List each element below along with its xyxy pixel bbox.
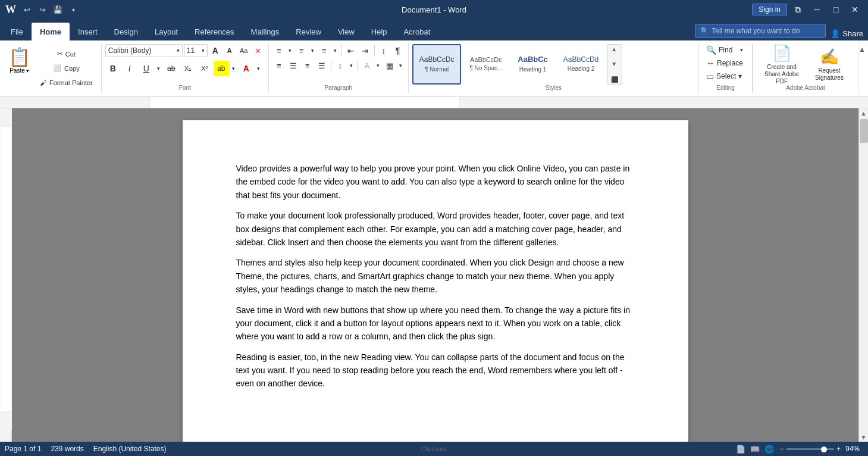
select-button[interactable]: ▭ Select ▾ [703, 70, 747, 82]
tab-home[interactable]: Home [32, 23, 70, 40]
request-signatures-icon: ✍ [820, 48, 839, 66]
cut-button[interactable]: ✂ Cut [37, 48, 95, 60]
increase-indent-button[interactable]: ⇥ [359, 44, 372, 57]
subscript-button[interactable]: X₂ [180, 61, 196, 76]
style-heading1[interactable]: AaBbCc Heading 1 [510, 44, 555, 85]
decrease-indent-button[interactable]: ⇤ [344, 44, 358, 57]
tab-design[interactable]: Design [106, 23, 146, 40]
collapse-icon: ▲ [858, 45, 866, 54]
multilevel-button[interactable]: ≡ [318, 44, 331, 57]
line-spacing-dropdown[interactable]: ▾ [348, 59, 355, 72]
style-no-spacing[interactable]: AaBbCcDc ¶ No Spac... [462, 44, 509, 85]
font-grow-button[interactable]: A [209, 44, 222, 57]
customize-button[interactable]: ▾ [67, 3, 80, 16]
style-normal-label: ¶ Normal [425, 66, 449, 73]
collapse-ribbon-button[interactable]: ▲ [858, 43, 868, 93]
numbering-button[interactable]: ≡ [295, 44, 308, 57]
find-button[interactable]: 🔍 Find ▾ [703, 44, 747, 56]
clipboard-label: Clipboard [0, 446, 868, 454]
tab-insert[interactable]: Insert [70, 23, 106, 40]
bold-button[interactable]: B [105, 61, 121, 76]
gallery-down-icon[interactable]: ▼ [609, 60, 621, 68]
gallery-expand-icon[interactable]: ⬛ [609, 75, 621, 84]
create-pdf-icon: 📄 [772, 44, 791, 63]
strikethrough-button[interactable]: ab [164, 61, 179, 76]
style-no-spacing-preview: AaBbCcDc [470, 57, 502, 63]
underline-button[interactable]: U [139, 61, 154, 76]
shading-dropdown[interactable]: ▾ [375, 59, 382, 72]
close-button[interactable]: ✕ [847, 1, 863, 18]
numbering-dropdown[interactable]: ▾ [309, 44, 317, 57]
tab-review[interactable]: Review [287, 23, 330, 40]
tab-help[interactable]: Help [363, 23, 396, 40]
change-case-button[interactable]: Aa [237, 44, 250, 57]
scroll-thumb[interactable] [860, 119, 868, 143]
multilevel-dropdown[interactable]: ▾ [332, 44, 339, 57]
paragraph-1: Video provides a powerful way to help yo… [236, 162, 635, 202]
scroll-down-button[interactable]: ▼ [859, 432, 869, 442]
justify-button[interactable]: ☰ [315, 59, 328, 72]
format-painter-button[interactable]: 🖌 Format Painter [37, 77, 95, 89]
restore-down-button[interactable]: ⧉ [789, 1, 806, 18]
sort-button[interactable]: ↕ [377, 44, 390, 57]
align-center-button[interactable]: ☰ [287, 59, 300, 72]
share-button[interactable]: 👤 Share [831, 29, 863, 38]
minimize-button[interactable]: ─ [809, 1, 825, 18]
highlight-dropdown[interactable]: ▾ [230, 62, 237, 75]
tab-acrobat[interactable]: Acrobat [396, 23, 439, 40]
bullets-dropdown[interactable]: ▾ [287, 44, 294, 57]
redo-button[interactable]: ↪ [36, 3, 49, 16]
tab-file[interactable]: File [2, 23, 32, 40]
line-spacing-button[interactable]: ↕ [334, 59, 347, 72]
tab-references[interactable]: References [186, 23, 242, 40]
scroll-track[interactable] [860, 118, 868, 432]
clear-formatting-button[interactable]: ✕ [252, 44, 265, 57]
style-heading2-label: Heading 2 [568, 65, 595, 72]
show-marks-button[interactable]: ¶ [391, 44, 405, 57]
align-left-button[interactable]: ≡ [272, 59, 286, 72]
paste-dropdown-arrow[interactable]: ▾ [26, 68, 29, 74]
font-name-selector[interactable]: Calibri (Body) ▾ [105, 44, 183, 57]
tab-layout[interactable]: Layout [146, 23, 186, 40]
align-right-button[interactable]: ≡ [301, 59, 314, 72]
create-share-pdf-button[interactable]: 📄 Create and Share Adobe PDF [759, 42, 804, 88]
replace-button[interactable]: ↔ Replace [703, 57, 747, 69]
zoom-track[interactable] [786, 448, 834, 450]
style-normal[interactable]: AaBbCcDc ¶ Normal [412, 44, 462, 85]
request-signatures-button[interactable]: ✍ Request Signatures [807, 43, 852, 86]
save-button[interactable]: 💾 [51, 3, 64, 16]
borders-button[interactable]: ▦ [383, 59, 396, 72]
italic-button[interactable]: I [122, 61, 137, 76]
find-dropdown[interactable]: ▾ [740, 47, 743, 53]
adobe-acrobat-group: 📄 Create and Share Adobe PDF ✍ Request S… [753, 43, 858, 93]
gallery-up-icon[interactable]: ▲ [609, 45, 621, 54]
font-color-button[interactable]: A [239, 61, 254, 76]
text-highlight-button[interactable]: ab [214, 61, 229, 76]
superscript-button[interactable]: X² [197, 61, 212, 76]
tab-view[interactable]: View [330, 23, 363, 40]
paste-button[interactable]: 📋 Paste ▾ [6, 45, 33, 75]
styles-group: AaBbCcDc ¶ Normal AaBbCcDc ¶ No Spac... … [409, 43, 699, 93]
replace-icon: ↔ [706, 58, 715, 68]
document-area[interactable]: Video provides a powerful way to help yo… [12, 108, 858, 442]
maximize-button[interactable]: □ [828, 1, 844, 18]
font-size-selector[interactable]: 11 ▾ [184, 44, 208, 57]
scroll-up-button[interactable]: ▲ [859, 108, 869, 118]
tab-mailings[interactable]: Mailings [243, 23, 288, 40]
styles-gallery-scroll[interactable]: ▲ ▼ ⬛ [607, 44, 622, 85]
copy-button[interactable]: ⬜ Copy [37, 63, 95, 74]
vertical-scrollbar[interactable]: ▲ ▼ [858, 108, 868, 442]
style-heading2[interactable]: AaBbCcDd Heading 2 [556, 44, 606, 85]
ribbon-search-box[interactable]: 🔍 Tell me what you want to do [695, 24, 826, 38]
font-color-dropdown[interactable]: ▾ [255, 62, 262, 75]
zoom-thumb[interactable] [821, 446, 827, 452]
bullets-button[interactable]: ≡ [272, 44, 286, 57]
underline-dropdown[interactable]: ▾ [155, 62, 162, 75]
borders-dropdown[interactable]: ▾ [397, 59, 405, 72]
sign-in-button[interactable]: Sign in [752, 4, 787, 15]
title-bar-right: Sign in ⧉ ─ □ ✕ [752, 1, 863, 18]
undo-button[interactable]: ↩ [20, 3, 33, 16]
quick-access-toolbar: ↩ ↪ 💾 ▾ [20, 3, 80, 16]
shading-button[interactable]: A [361, 59, 374, 72]
font-shrink-button[interactable]: A [223, 44, 236, 57]
